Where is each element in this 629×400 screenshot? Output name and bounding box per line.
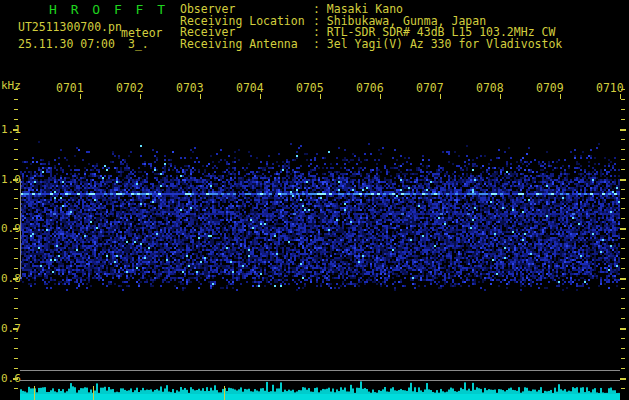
spectrogram-canvas xyxy=(20,90,620,400)
metadata-label: Receiving Antenna xyxy=(180,39,313,51)
y-axis-tick-right xyxy=(621,218,625,219)
y-axis-tick-right xyxy=(621,238,625,239)
y-axis-tick-right xyxy=(621,198,625,199)
y-axis-label: 0.7 xyxy=(1,322,21,335)
y-axis-tick-left xyxy=(14,308,18,309)
y-axis-tick-right xyxy=(621,248,625,249)
y-axis-tick-right xyxy=(620,228,626,230)
y-axis-tick-right xyxy=(621,99,625,100)
metadata-row: Receiving Antenna: 3el Yagi(V) Az 330 fo… xyxy=(180,39,562,51)
y-axis-tick-right xyxy=(621,388,625,389)
y-axis-tick-left xyxy=(14,248,18,249)
y-axis-tick-left xyxy=(14,139,18,140)
y-axis-tick-right xyxy=(621,318,625,319)
status-indicator: 3_. xyxy=(128,37,149,51)
y-axis-tick-left xyxy=(14,189,18,190)
y-axis-label: 0.8 xyxy=(1,272,21,285)
hrofft-screen: H R O F F T UT2511300700.pn meteor 25.11… xyxy=(0,0,629,400)
app-title: H R O F F T xyxy=(49,2,168,17)
y-axis-tick-right xyxy=(621,109,625,110)
y-axis-label: 1.0 xyxy=(1,173,21,186)
y-axis-tick-left xyxy=(14,338,18,339)
metadata-value: : 3el Yagi(V) Az 330 for Vladivostok xyxy=(313,39,562,51)
y-axis-tick-left xyxy=(14,348,18,349)
y-axis-tick-right xyxy=(621,358,625,359)
frequency-unit-label: kHz xyxy=(1,79,21,92)
datetime-label: 25.11.30 07:00 xyxy=(18,37,115,51)
y-axis-tick-left xyxy=(14,208,18,209)
y-axis-tick-left xyxy=(14,149,18,150)
y-axis-tick-right xyxy=(621,119,625,120)
y-axis-tick-left xyxy=(14,159,18,160)
y-axis-tick-left xyxy=(14,198,18,199)
y-axis-tick-right xyxy=(621,258,625,259)
y-axis-tick-right xyxy=(621,139,625,140)
y-axis-tick-right xyxy=(621,149,625,150)
y-axis-tick-right xyxy=(621,338,625,339)
y-axis-label: 1.1 xyxy=(1,123,21,136)
y-axis-tick-right xyxy=(620,278,626,280)
y-axis-tick-left xyxy=(14,238,18,239)
y-axis-tick-right xyxy=(621,288,625,289)
y-axis-tick-left xyxy=(14,268,18,269)
y-axis-tick-right xyxy=(621,189,625,190)
y-axis-tick-left xyxy=(14,368,18,369)
y-axis-tick-left xyxy=(14,119,18,120)
y-axis-tick-right xyxy=(620,328,626,330)
y-axis-tick-right xyxy=(620,378,626,380)
y-axis-tick-left xyxy=(14,298,18,299)
y-axis-tick-left xyxy=(14,318,18,319)
y-axis-tick-right xyxy=(621,169,625,170)
y-axis-tick-right xyxy=(621,89,625,90)
y-axis-tick-right xyxy=(621,298,625,299)
y-axis-label: 0.9 xyxy=(1,222,21,235)
y-axis-tick-right xyxy=(621,348,625,349)
y-axis-tick-left xyxy=(14,89,18,90)
y-axis-tick-left xyxy=(14,109,18,110)
y-axis-tick-right xyxy=(621,308,625,309)
y-axis-tick-right xyxy=(621,159,625,160)
y-axis-tick-left xyxy=(14,99,18,100)
y-axis-tick-right xyxy=(621,368,625,369)
y-axis-tick-left xyxy=(14,218,18,219)
y-axis-tick-right xyxy=(621,208,625,209)
y-axis-tick-left xyxy=(14,288,18,289)
metadata-block: Observer: Masaki KanoReceiving Location:… xyxy=(180,4,562,50)
y-axis-tick-right xyxy=(620,179,626,181)
y-axis-tick-left xyxy=(14,169,18,170)
y-axis-tick-left xyxy=(14,358,18,359)
y-axis-tick-left xyxy=(14,258,18,259)
y-axis-label: 0.6 xyxy=(1,372,21,385)
y-axis-tick-right xyxy=(620,129,626,131)
y-axis-tick-right xyxy=(621,268,625,269)
y-axis-tick-left xyxy=(14,388,18,389)
capture-filename: UT2511300700.pn xyxy=(18,20,122,34)
